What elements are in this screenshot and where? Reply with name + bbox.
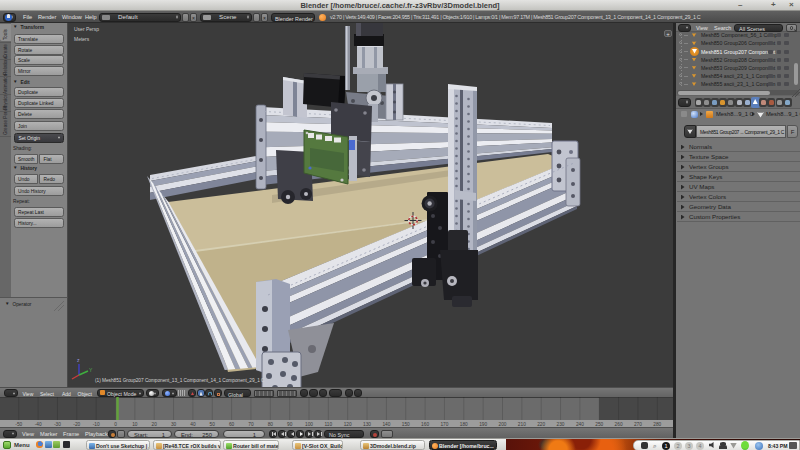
svg-text:-40: -40 bbox=[35, 422, 42, 427]
svg-text:10: 10 bbox=[132, 422, 138, 427]
svg-text:200: 200 bbox=[498, 422, 506, 427]
svg-text:150: 150 bbox=[402, 422, 410, 427]
svg-text:80: 80 bbox=[268, 422, 274, 427]
svg-text:170: 170 bbox=[440, 422, 448, 427]
svg-text:-20: -20 bbox=[73, 422, 80, 427]
svg-text:Y: Y bbox=[89, 367, 93, 373]
svg-text:140: 140 bbox=[382, 422, 390, 427]
svg-text:z: z bbox=[77, 357, 80, 363]
svg-text:250: 250 bbox=[595, 422, 603, 427]
svg-text:-50: -50 bbox=[15, 422, 22, 427]
svg-text:0: 0 bbox=[114, 422, 117, 427]
svg-text:30: 30 bbox=[171, 422, 177, 427]
svg-text:210: 210 bbox=[518, 422, 526, 427]
svg-text:100: 100 bbox=[305, 422, 313, 427]
svg-text:280: 280 bbox=[653, 422, 661, 427]
svg-text:20: 20 bbox=[152, 422, 158, 427]
svg-text:130: 130 bbox=[363, 422, 371, 427]
svg-text:120: 120 bbox=[344, 422, 352, 427]
svg-text:-10: -10 bbox=[93, 422, 100, 427]
svg-text:270: 270 bbox=[634, 422, 642, 427]
svg-text:230: 230 bbox=[557, 422, 565, 427]
svg-text:160: 160 bbox=[421, 422, 429, 427]
svg-text:240: 240 bbox=[576, 422, 584, 427]
svg-text:220: 220 bbox=[537, 422, 545, 427]
svg-text:-30: -30 bbox=[54, 422, 61, 427]
svg-text:90: 90 bbox=[287, 422, 293, 427]
svg-text:70: 70 bbox=[248, 422, 254, 427]
svg-text:190: 190 bbox=[479, 422, 487, 427]
svg-text:40: 40 bbox=[190, 422, 196, 427]
svg-text:60: 60 bbox=[229, 422, 235, 427]
svg-text:180: 180 bbox=[460, 422, 468, 427]
svg-text:50: 50 bbox=[210, 422, 216, 427]
svg-text:260: 260 bbox=[615, 422, 623, 427]
svg-text:110: 110 bbox=[325, 422, 333, 427]
